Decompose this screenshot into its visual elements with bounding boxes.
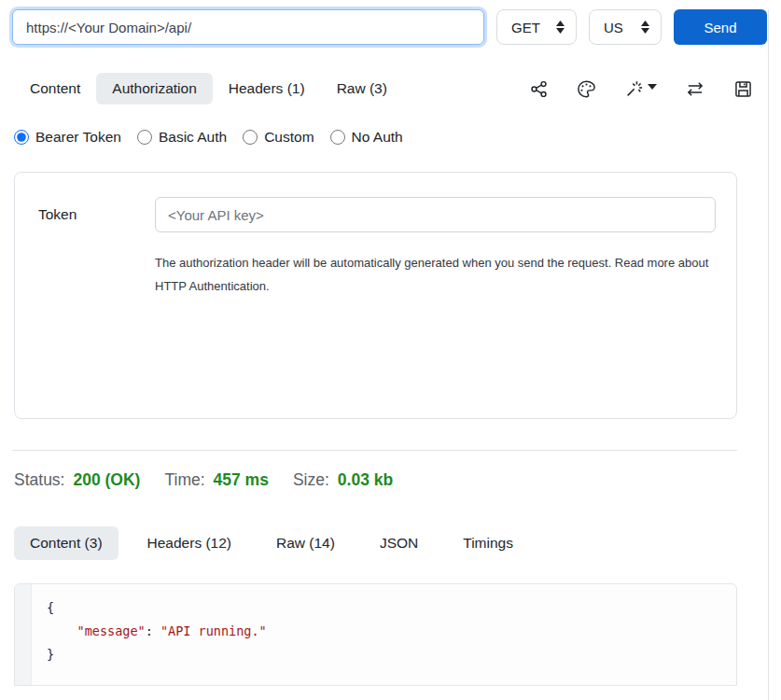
request-tabs-row: Content Authorization Headers (1) Raw (3… [14,73,767,105]
radio-basic-auth-input[interactable] [137,130,152,145]
size-value: 0.03 kb [338,470,393,490]
tab-raw[interactable]: Raw (3) [321,73,403,105]
tab-authorization[interactable]: Authorization [96,73,212,105]
send-button[interactable]: Send [674,9,767,45]
scrollbar-track[interactable] [768,9,769,700]
response-tab-timings[interactable]: Timings [447,526,529,560]
radio-bearer-token-label: Bearer Token [35,129,121,146]
method-select[interactable]: GET [496,9,577,45]
updown-arrows-icon [556,21,565,34]
save-icon[interactable] [733,79,753,99]
response-tab-headers[interactable]: Headers (12) [132,526,247,560]
response-tab-content[interactable]: Content (3) [14,526,119,560]
tab-headers[interactable]: Headers (1) [213,73,321,105]
size-label: Size: [293,470,329,490]
radio-basic-auth[interactable]: Basic Auth [137,129,227,146]
share-icon[interactable] [529,79,549,99]
auth-helper-text: The authorization header will be automat… [155,251,715,298]
bearer-token-panel: Token The authorization header will be a… [14,172,737,419]
updown-arrows-icon [641,21,649,34]
request-tabs: Content Authorization Headers (1) Raw (3… [14,73,403,105]
code-gutter [15,584,32,685]
radio-custom[interactable]: Custom [243,129,314,146]
radio-no-auth-label: No Auth [352,129,403,146]
toolbar-icons [529,79,753,99]
radio-custom-input[interactable] [243,130,258,145]
status-label: Status: [14,470,64,490]
token-input[interactable] [155,197,716,232]
radio-custom-label: Custom [264,129,314,146]
region-select-value: US [604,20,623,35]
radio-basic-auth-label: Basic Auth [159,129,227,146]
code-area: { "message": "API running." } [32,584,736,685]
region-select[interactable]: US [589,9,662,45]
response-status-line: Status: 200 (OK) Time: 457 ms Size: 0.03… [14,470,767,490]
magic-wand-icon[interactable] [624,79,657,99]
response-tabs: Content (3) Headers (12) Raw (14) JSON T… [14,526,767,560]
auth-type-radios: Bearer Token Basic Auth Custom No Auth [14,129,767,146]
token-row: Token [38,197,716,232]
method-select-value: GET [511,20,540,35]
api-tester-page: GET US Send Content Authorization Header… [0,9,781,700]
status-value: 200 (OK) [73,470,140,490]
time-value: 457 ms [214,470,269,490]
response-body-block: { "message": "API running." } [14,583,737,686]
radio-no-auth[interactable]: No Auth [330,129,403,146]
time-label: Time: [164,470,204,490]
swap-arrows-icon[interactable] [685,79,705,99]
response-tab-json[interactable]: JSON [364,526,434,560]
radio-bearer-token[interactable]: Bearer Token [14,129,121,146]
palette-icon[interactable] [577,79,596,99]
token-label: Token [38,206,155,223]
response-tab-raw[interactable]: Raw (14) [260,526,351,560]
code-line: { "message": "API running." } [47,600,267,662]
radio-bearer-token-input[interactable] [14,130,29,145]
divider [12,450,737,451]
response-json-body: { "message": "API running." } [47,596,736,666]
url-input[interactable] [12,9,484,45]
caret-down-icon [648,84,657,90]
radio-no-auth-input[interactable] [330,130,345,145]
status-group: Status: 200 (OK) [14,470,140,490]
tab-content[interactable]: Content [14,73,96,105]
size-group: Size: 0.03 kb [293,470,393,490]
time-group: Time: 457 ms [164,470,268,490]
request-bar: GET US Send [12,9,767,45]
